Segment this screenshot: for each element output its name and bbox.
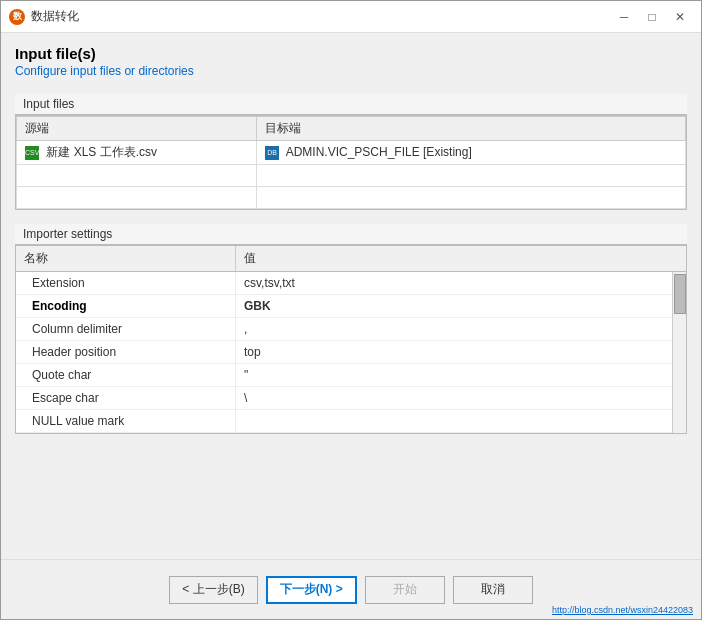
- input-files-box: 源端 目标端 CSV 新建 XLS 工作表.csv DB: [15, 115, 687, 210]
- setting-value-column-delimiter: ,: [236, 318, 686, 340]
- setting-name-header-position: Header position: [16, 341, 236, 363]
- list-item[interactable]: Extension csv,tsv,txt: [16, 272, 686, 295]
- input-files-table: 源端 目标端 CSV 新建 XLS 工作表.csv DB: [16, 116, 686, 209]
- importer-col-name: 名称: [16, 246, 236, 271]
- target-name: ADMIN.VIC_PSCH_FILE [Existing]: [286, 145, 472, 159]
- scrollbar-thumb[interactable]: [674, 274, 686, 314]
- setting-value-null-value: [236, 410, 686, 432]
- setting-value-escape-char: \: [236, 387, 686, 409]
- app-icon: 数: [9, 9, 25, 25]
- header-scrollbar-spacer: [672, 246, 686, 271]
- list-item[interactable]: Column delimiter ,: [16, 318, 686, 341]
- window-controls: ─ □ ✕: [611, 6, 693, 28]
- importer-settings-box: 名称 值 Extension csv,tsv,txt Encoding GBK: [15, 245, 687, 434]
- list-item[interactable]: Escape char \: [16, 387, 686, 410]
- source-cell: CSV 新建 XLS 工作表.csv: [17, 141, 257, 165]
- importer-table-header: 名称 值: [16, 246, 686, 272]
- list-item[interactable]: Encoding GBK: [16, 295, 686, 318]
- next-button[interactable]: 下一步(N) >: [266, 576, 357, 604]
- page-header: Input file(s) Configure input files or d…: [15, 45, 687, 84]
- cancel-button[interactable]: 取消: [453, 576, 533, 604]
- target-cell: DB ADMIN.VIC_PSCH_FILE [Existing]: [257, 141, 686, 165]
- importer-settings-section: Importer settings 名称 值 Extension csv,tsv…: [15, 224, 687, 434]
- importer-col-value: 值: [236, 246, 672, 271]
- col-header-source: 源端: [17, 117, 257, 141]
- setting-name-extension: Extension: [16, 272, 236, 294]
- list-item[interactable]: NULL value mark: [16, 410, 686, 433]
- col-header-target: 目标端: [257, 117, 686, 141]
- db-icon: DB: [265, 146, 279, 160]
- page-subtitle: Configure input files or directories: [15, 64, 687, 78]
- maximize-button[interactable]: □: [639, 6, 665, 28]
- empty-row-1: [17, 165, 686, 187]
- source-filename: 新建 XLS 工作表.csv: [46, 145, 157, 159]
- start-button[interactable]: 开始: [365, 576, 445, 604]
- empty-row-2: [17, 187, 686, 209]
- importer-settings-label: Importer settings: [15, 224, 687, 245]
- close-button[interactable]: ✕: [667, 6, 693, 28]
- input-files-section: Input files 源端 目标端 CSV 新建 XLS 工作表.csv: [15, 94, 687, 210]
- setting-name-encoding: Encoding: [16, 295, 236, 317]
- footer: < 上一步(B) 下一步(N) > 开始 取消 http://blog.csdn…: [1, 559, 701, 619]
- title-bar: 数 数据转化 ─ □ ✕: [1, 1, 701, 33]
- page-title: Input file(s): [15, 45, 687, 62]
- main-window: 数 数据转化 ─ □ ✕ Input file(s) Configure inp…: [0, 0, 702, 620]
- back-button[interactable]: < 上一步(B): [169, 576, 257, 604]
- setting-name-column-delimiter: Column delimiter: [16, 318, 236, 340]
- setting-name-escape-char: Escape char: [16, 387, 236, 409]
- content-area: Input file(s) Configure input files or d…: [1, 33, 701, 559]
- csv-icon: CSV: [25, 146, 39, 160]
- setting-name-null-value: NULL value mark: [16, 410, 236, 432]
- input-files-label: Input files: [15, 94, 687, 115]
- minimize-button[interactable]: ─: [611, 6, 637, 28]
- setting-value-extension: csv,tsv,txt: [236, 272, 686, 294]
- importer-rows-wrapper: Extension csv,tsv,txt Encoding GBK Colum…: [16, 272, 686, 433]
- setting-name-quote-char: Quote char: [16, 364, 236, 386]
- setting-value-encoding: GBK: [236, 295, 686, 317]
- setting-value-quote-char: ": [236, 364, 686, 386]
- setting-value-header-position: top: [236, 341, 686, 363]
- window-title: 数据转化: [31, 8, 611, 25]
- importer-rows: Extension csv,tsv,txt Encoding GBK Colum…: [16, 272, 686, 433]
- scrollbar-track[interactable]: [672, 272, 686, 433]
- list-item[interactable]: Header position top: [16, 341, 686, 364]
- table-row[interactable]: CSV 新建 XLS 工作表.csv DB ADMIN.VIC_PSCH_FIL…: [17, 141, 686, 165]
- list-item[interactable]: Quote char ": [16, 364, 686, 387]
- watermark: http://blog.csdn.net/wsxin24422083: [552, 605, 693, 615]
